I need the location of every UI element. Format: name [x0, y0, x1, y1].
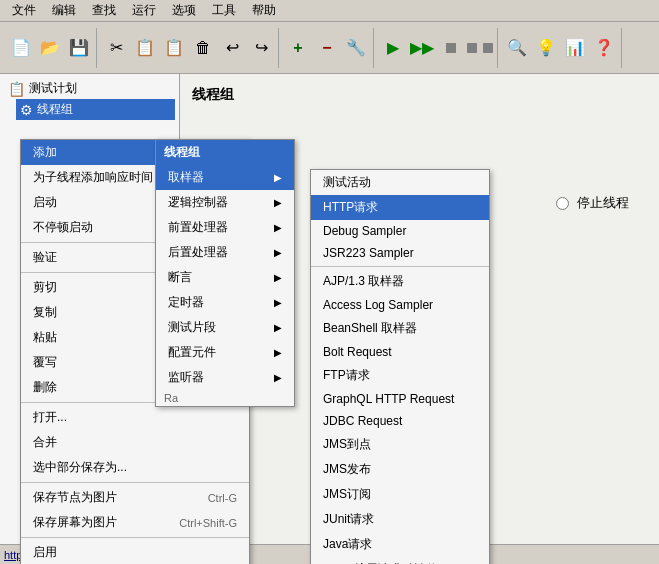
- toolbar-misc-section: 🔍 💡 📊 ❓: [500, 28, 622, 68]
- cut-btn[interactable]: ✂: [102, 34, 130, 62]
- assertion-arrow: ▶: [274, 272, 282, 283]
- pre-processor-label: 前置处理器: [168, 219, 228, 236]
- beanshell-sampler-label: BeanShell 取样器: [323, 320, 417, 337]
- test-fragment-label: 测试片段: [168, 319, 216, 336]
- radio-thread-option1[interactable]: [556, 197, 569, 210]
- http-request-label: HTTP请求: [323, 199, 378, 216]
- menu-item-timer[interactable]: 定时器 ▶: [156, 290, 294, 315]
- stop-thread-label: 停止线程: [577, 194, 629, 212]
- menu-edit[interactable]: 编辑: [44, 0, 84, 21]
- menu-item-jdbc-request[interactable]: JDBC Request: [311, 410, 489, 432]
- menu-item-merge[interactable]: 合并: [21, 430, 249, 455]
- overwrite-label: 覆写: [33, 354, 57, 371]
- sampler-label: 取样器: [168, 169, 204, 186]
- ftp-request-label: FTP请求: [323, 367, 370, 384]
- menu-item-test-fragment[interactable]: 测试片段 ▶: [156, 315, 294, 340]
- jms-subscribe-label: JMS订阅: [323, 486, 371, 503]
- menu-item-beanshell-sampler[interactable]: BeanShell 取样器: [311, 316, 489, 341]
- run-btn[interactable]: ▶: [379, 34, 407, 62]
- menu-item-jsr223-sampler[interactable]: JSR223 Sampler: [311, 242, 489, 264]
- access-log-sampler-label: Access Log Sampler: [323, 298, 433, 312]
- stop-btn[interactable]: ⏹: [437, 34, 465, 62]
- paste-btn[interactable]: 📋: [160, 34, 188, 62]
- remove-btn[interactable]: −: [313, 34, 341, 62]
- pre-processor-arrow: ▶: [274, 222, 282, 233]
- tree-item-thread-group-label: 线程组: [37, 101, 73, 118]
- menu-item-listener[interactable]: 监听器 ▶: [156, 365, 294, 390]
- save-btn[interactable]: 💾: [65, 34, 93, 62]
- menu-file[interactable]: 文件: [4, 0, 44, 21]
- menu-item-jms-publish[interactable]: JMS发布: [311, 457, 489, 482]
- menu-item-jms-subscribe[interactable]: JMS订阅: [311, 482, 489, 507]
- listener-label: 监听器: [168, 369, 204, 386]
- delete-btn[interactable]: 🗑: [189, 34, 217, 62]
- config-element-label: 配置元件: [168, 344, 216, 361]
- search-btn[interactable]: 🔍: [503, 34, 531, 62]
- ra-label: Ra: [156, 390, 294, 406]
- run-all-btn[interactable]: ▶▶: [408, 34, 436, 62]
- save-screen-img-label: 保存屏幕为图片: [33, 514, 117, 531]
- redo-btn[interactable]: ↪: [247, 34, 275, 62]
- menu-item-access-log-sampler[interactable]: Access Log Sampler: [311, 294, 489, 316]
- menu-item-save-selected[interactable]: 选中部分保存为...: [21, 455, 249, 480]
- context-menu-add-submenu: 线程组 取样器 ▶ 逻辑控制器 ▶ 前置处理器 ▶ 后置处理器 ▶ 断言 ▶ 定…: [155, 139, 295, 407]
- menu-item-java-request[interactable]: Java请求: [311, 532, 489, 557]
- thread-group-icon: ⚙: [20, 102, 33, 118]
- menu-item-enable[interactable]: 启用: [21, 540, 249, 564]
- sampler-arrow: ▶: [274, 172, 282, 183]
- sampler-separator-1: [311, 266, 489, 267]
- stop-all-btn[interactable]: ⏹⏹: [466, 34, 494, 62]
- menu-options[interactable]: 选项: [164, 0, 204, 21]
- menu-item-debug-sampler[interactable]: Debug Sampler: [311, 220, 489, 242]
- menu-item-test-action[interactable]: 测试活动: [311, 170, 489, 195]
- toolbar: 📄 📂 💾 ✂ 📋 📋 🗑 ↩ ↪ + − 🔧 ▶ ▶▶ ⏹ ⏹⏹ 🔍 💡 📊 …: [0, 22, 659, 74]
- open-btn[interactable]: 📂: [36, 34, 64, 62]
- menu-item-save-screen-img[interactable]: 保存屏幕为图片 Ctrl+Shift-G: [21, 510, 249, 535]
- menu-item-config-element[interactable]: 配置元件 ▶: [156, 340, 294, 365]
- menu-item-http-request[interactable]: HTTP请求: [311, 195, 489, 220]
- start-label: 启动: [33, 194, 57, 211]
- question-btn[interactable]: ❓: [590, 34, 618, 62]
- menu-item-pre-processor[interactable]: 前置处理器 ▶: [156, 215, 294, 240]
- tree-item-test-plan-label: 测试计划: [29, 80, 77, 97]
- undo-btn[interactable]: ↩: [218, 34, 246, 62]
- jdbc-request-label: JDBC Request: [323, 414, 402, 428]
- post-processor-arrow: ▶: [274, 247, 282, 258]
- start-no-pause-label: 不停顿启动: [33, 219, 93, 236]
- jms-publish-label: JMS发布: [323, 461, 371, 478]
- toolbar-add-section: + − 🔧: [281, 28, 374, 68]
- menu-item-bolt-request[interactable]: Bolt Request: [311, 341, 489, 363]
- new-btn[interactable]: 📄: [7, 34, 35, 62]
- menu-item-ldap-ext-default[interactable]: LDAP扩展请求默认值: [311, 557, 489, 564]
- menu-item-open[interactable]: 打开...: [21, 405, 249, 430]
- context-menu-sampler-submenu: 测试活动 HTTP请求 Debug Sampler JSR223 Sampler…: [310, 169, 490, 564]
- menu-item-assertion[interactable]: 断言 ▶: [156, 265, 294, 290]
- menu-item-save-node-img[interactable]: 保存节点为图片 Ctrl-G: [21, 485, 249, 510]
- menu-item-post-processor[interactable]: 后置处理器 ▶: [156, 240, 294, 265]
- menu-item-junit-request[interactable]: JUnit请求: [311, 507, 489, 532]
- menu-help[interactable]: 帮助: [244, 0, 284, 21]
- help-btn[interactable]: 💡: [532, 34, 560, 62]
- delete-label: 删除: [33, 379, 57, 396]
- validate-label: 验证: [33, 249, 57, 266]
- menu-item-jms-point[interactable]: JMS到点: [311, 432, 489, 457]
- tree-item-thread-group[interactable]: ⚙ 线程组: [16, 99, 175, 120]
- save-screen-img-shortcut: Ctrl+Shift-G: [179, 517, 237, 529]
- report-btn[interactable]: 📊: [561, 34, 589, 62]
- menu-item-ftp-request[interactable]: FTP请求: [311, 363, 489, 388]
- menu-run[interactable]: 运行: [124, 0, 164, 21]
- menu-item-graphql-request[interactable]: GraphQL HTTP Request: [311, 388, 489, 410]
- menu-search[interactable]: 查找: [84, 0, 124, 21]
- tree-item-test-plan[interactable]: 📋 测试计划: [4, 78, 175, 99]
- menu-tools[interactable]: 工具: [204, 0, 244, 21]
- test-fragment-arrow: ▶: [274, 322, 282, 333]
- bolt-request-label: Bolt Request: [323, 345, 392, 359]
- copy-btn[interactable]: 📋: [131, 34, 159, 62]
- menu-item-sampler[interactable]: 取样器 ▶: [156, 165, 294, 190]
- ajp-sampler-label: AJP/1.3 取样器: [323, 273, 404, 290]
- menu-item-logic-controller[interactable]: 逻辑控制器 ▶: [156, 190, 294, 215]
- settings-btn[interactable]: 🔧: [342, 34, 370, 62]
- add-btn[interactable]: +: [284, 34, 312, 62]
- menu-item-ajp-sampler[interactable]: AJP/1.3 取样器: [311, 269, 489, 294]
- timer-label: 定时器: [168, 294, 204, 311]
